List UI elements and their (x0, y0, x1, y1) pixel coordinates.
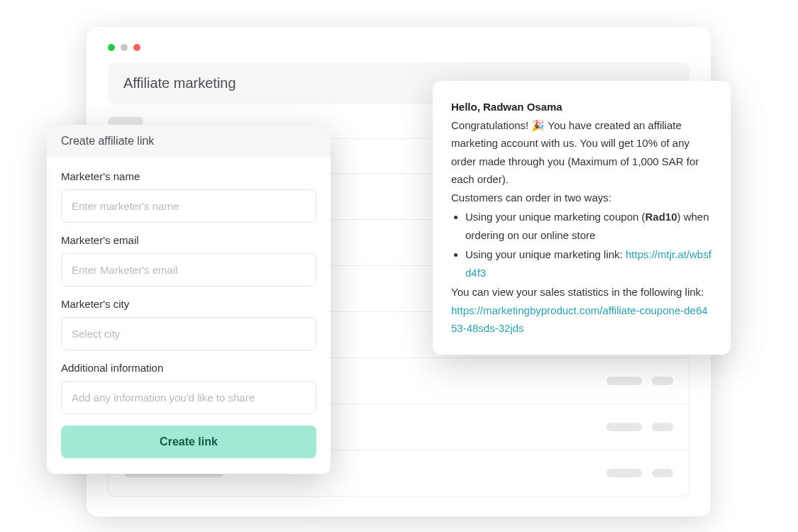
notification-subheading: Customers can order in two ways: (451, 189, 712, 207)
name-label: Marketer's name (61, 170, 316, 182)
notification-card: Hello, Radwan Osama Congratulations! 🎉 Y… (433, 81, 731, 355)
traffic-grey-icon[interactable] (121, 44, 128, 51)
additional-info-input[interactable] (61, 381, 316, 414)
form-group-info: Additional information (61, 362, 316, 414)
row-placeholder (606, 469, 642, 477)
form-group-email: Marketer's email (61, 234, 316, 287)
bullet-text: Using your unique marketing coupon ( (465, 211, 645, 223)
row-placeholder (652, 423, 673, 431)
traffic-green-icon[interactable] (108, 44, 115, 51)
notification-footer: You can view your sales statistics in th… (451, 283, 712, 338)
notification-body: Congratulations! 🎉 You have created an a… (451, 116, 712, 189)
window-controls (108, 44, 689, 51)
party-popper-icon: 🎉 (531, 119, 545, 131)
list-item: Using your unique marketing coupon (Rad1… (465, 208, 712, 244)
row-placeholder (652, 377, 673, 385)
info-label: Additional information (61, 362, 316, 374)
create-link-button[interactable]: Create link (61, 426, 316, 458)
coupon-code: Rad10 (645, 211, 677, 223)
stats-link[interactable]: https://marketingbyproduct.com/affiliate… (451, 304, 708, 335)
city-label: Marketer's city (61, 298, 316, 310)
row-placeholder (652, 469, 673, 477)
create-affiliate-modal: Create affiliate link Marketer's name Ma… (47, 125, 331, 474)
bullet-text: Using your unique marketing link: (465, 248, 626, 260)
marketer-city-select[interactable] (61, 317, 316, 350)
traffic-red-icon[interactable] (133, 44, 140, 51)
footer-text: You can view your sales statistics in th… (451, 286, 704, 298)
email-label: Marketer's email (61, 234, 316, 246)
form-group-city: Marketer's city (61, 298, 316, 350)
notification-list: Using your unique marketing coupon (Rad1… (451, 208, 712, 282)
row-placeholder (606, 377, 642, 385)
form-group-name: Marketer's name (61, 170, 316, 223)
modal-body: Marketer's name Marketer's email Markete… (47, 157, 331, 474)
notification-greeting: Hello, Radwan Osama (451, 98, 712, 116)
row-placeholder (606, 423, 642, 431)
list-item: Using your unique marketing link: https:… (465, 245, 712, 282)
marketer-email-input[interactable] (61, 253, 316, 287)
marketer-name-input[interactable] (61, 189, 316, 223)
modal-title: Create affiliate link (47, 125, 331, 157)
congrats-prefix: Congratulations! (451, 119, 531, 131)
